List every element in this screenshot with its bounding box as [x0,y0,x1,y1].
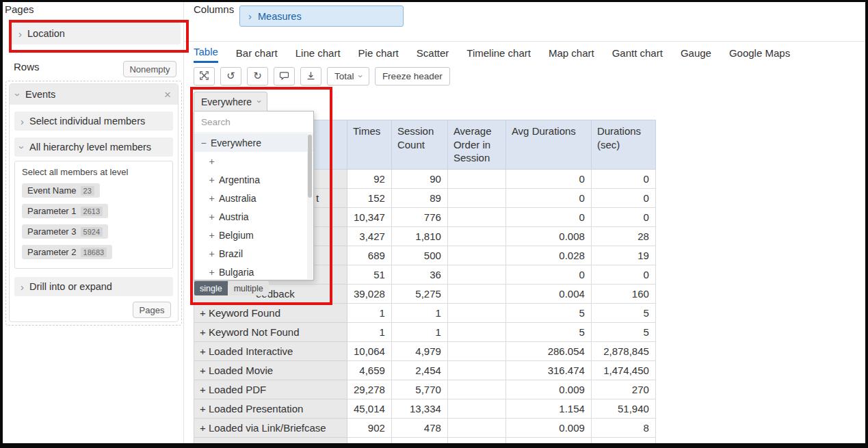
drill-into-or-expand-row[interactable]: › Drill into or expand [14,277,173,296]
expand-plus-icon[interactable]: + [209,156,215,167]
tree-item-everywhere[interactable]: −Everywhere [194,133,313,152]
value-cell [447,341,505,360]
events-panel-header[interactable]: › Events × [10,84,178,105]
row-label-cell[interactable]: + Loaded PDF [194,380,347,399]
single-mode-button[interactable]: single [194,281,228,295]
value-cell: 1,810 [391,226,447,246]
tree-item-label: Bulgaria [219,267,254,278]
value-cell: 5,770 [391,380,447,399]
row-label-cell[interactable]: + Keyword Found [194,303,347,322]
expand-plus-icon[interactable]: + [209,193,215,204]
tab-timeline-chart[interactable]: Timeline chart [466,42,531,63]
value-cell [447,437,505,448]
tree-item-austria[interactable]: +Austria [194,207,313,226]
row-label-cell[interactable]: + Loaded via Link/Briefcase [194,418,347,437]
multiple-mode-button[interactable]: multiple [228,281,269,295]
expand-plus-icon[interactable]: + [209,174,215,185]
row-label-cell[interactable]: + Loaded Movie [194,360,347,380]
tab-gantt-chart[interactable]: Gantt chart [612,42,663,63]
expand-plus-icon[interactable]: + [209,267,215,278]
pages-button[interactable]: Pages [133,302,171,318]
search-input[interactable] [194,111,313,133]
column-header-average-order-in-session[interactable]: Average Order in Session [447,120,505,170]
select-individual-members-row[interactable]: › Select individual members [14,111,173,131]
value-cell: 5 [505,303,591,322]
all-hierarchy-members-row[interactable]: › All hierarchy level members [14,137,173,157]
tree-item-label: Belgium [219,230,254,241]
collapse-minus-icon[interactable]: − [200,137,207,148]
tab-google-maps[interactable]: Google Maps [729,42,790,63]
chevron-down-icon: › [255,100,264,103]
value-cell [447,226,505,246]
level-chip-line: Parameter 218683 [22,245,166,259]
column-header-times[interactable]: Times [347,120,392,170]
expand-plus-icon[interactable]: + [209,248,215,259]
value-cell: 1 [391,303,447,322]
hierarchy-levels-box: Select all members at level Event Name23… [14,161,173,269]
value-cell: 2,878,845 [591,341,655,360]
freeze-header-label: Freeze header [382,71,443,81]
row-label-cell[interactable]: + Quiz Result [194,437,347,448]
expand-plus-icon[interactable]: + [209,230,215,241]
column-header-avg-durations[interactable]: Avg Durations [505,120,591,170]
pages-field-location[interactable]: › Location [12,23,181,44]
chevron-right-icon: › [248,11,252,21]
value-cell: 13.6 [505,437,591,448]
expand-plus-icon[interactable]: + [209,211,215,222]
level-chip-parameter-2[interactable]: Parameter 218683 [22,245,112,259]
redo-button[interactable]: ↻ [247,67,268,85]
tree-item-label: Austria [219,211,249,222]
value-cell [447,169,505,188]
tree-item-argentina[interactable]: +Argentina [194,170,313,189]
undo-button[interactable]: ↺ [220,67,241,85]
toolbar-icon-group: ↺↻ [194,67,321,85]
value-cell: 5,275 [391,284,447,303]
tree-item-bulgaria[interactable]: +Bulgaria [194,263,313,280]
chip-label: Parameter 1 [27,206,77,216]
events-title: Events [25,89,55,100]
tree-item-australia[interactable]: +Australia [194,189,313,207]
chip-label: Parameter 3 [27,226,77,237]
location-filter-button[interactable]: Everywhere › [194,92,267,111]
value-cell [447,418,505,437]
tab-pie-chart[interactable]: Pie chart [358,42,399,63]
measures-chip[interactable]: › Measures [239,5,404,27]
column-header-session-count[interactable]: Session Count [391,120,447,170]
value-cell [447,284,505,303]
tab-table[interactable]: Table [194,42,218,63]
row-label-cell[interactable]: + Loaded Interactive [194,341,347,360]
chevron-right-icon: › [21,116,24,127]
row-label-cell[interactable]: + Loaded Presentation [194,399,347,418]
freeze-header-button[interactable]: Freeze header [375,67,450,85]
row-label-cell[interactable]: + Keyword Not Found [194,322,347,341]
tab-scatter[interactable]: Scatter [417,42,449,63]
value-cell: 29,278 [347,380,392,399]
tab-gauge[interactable]: Gauge [681,42,711,63]
close-icon[interactable]: × [164,89,171,101]
tab-map-chart[interactable]: Map chart [549,42,594,63]
total-dropdown-button[interactable]: Total › [327,67,369,85]
column-header-durations-sec[interactable]: Durations (sec) [591,120,655,170]
level-chip-event-name[interactable]: Event Name23 [22,183,100,198]
expand-arrows-button[interactable] [194,67,215,85]
tab-bar-chart[interactable]: Bar chart [236,42,278,63]
measures-label: Measures [258,11,302,22]
tree-item-belgium[interactable]: +Belgium [194,226,313,244]
level-chip-parameter-1[interactable]: Parameter 12613 [22,204,108,218]
value-cell: 51,940 [591,399,655,418]
value-cell: 0 [505,207,591,226]
tree-item-item[interactable]: + [194,152,313,170]
table-row: + Loaded Interactive10,0644,979286.0542,… [194,341,656,360]
tab-line-chart[interactable]: Line chart [295,42,341,63]
chip-label: Parameter 2 [27,247,77,257]
value-cell [447,265,505,284]
value-cell: 1 [391,322,447,341]
level-chip-parameter-3[interactable]: Parameter 35924 [22,224,108,239]
scrollbar-thumb[interactable] [308,135,312,198]
scrollbar-track[interactable] [307,133,313,279]
tree-item-brazil[interactable]: +Brazil [194,244,313,263]
value-cell: 152 [347,188,392,207]
comment-button[interactable] [274,67,295,85]
export-button[interactable] [300,67,321,85]
nonempty-button[interactable]: Nonempty [123,61,176,77]
